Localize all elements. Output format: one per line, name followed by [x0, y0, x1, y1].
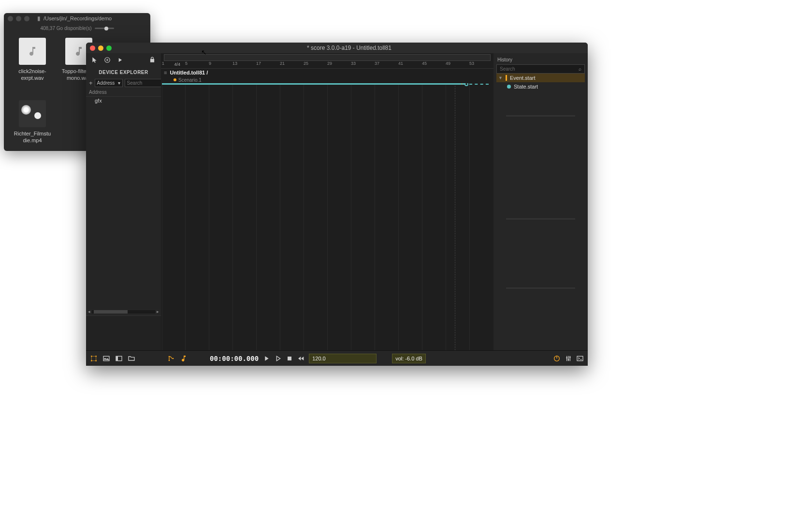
horizontal-scrollbar[interactable]: ◂ ▸ [86, 309, 161, 314]
audio-file-icon [19, 38, 46, 65]
svg-point-9 [169, 359, 170, 361]
interval-bar[interactable] [162, 83, 466, 85]
panel-divider[interactable] [506, 218, 575, 220]
file-label: Richter_Filmstudie.mp4 [14, 130, 51, 144]
minimap[interactable] [164, 54, 491, 61]
device-explorer-header: DEVICE EXPLORER [86, 67, 161, 78]
ruler-tick: 9 [209, 61, 211, 66]
ruler-tick: 1 [162, 61, 164, 66]
file-label: click2noise-exrpt.wav [14, 68, 51, 82]
dropdown-label: Address [97, 80, 115, 86]
volume-input[interactable] [392, 354, 426, 363]
maximize-icon[interactable] [24, 16, 29, 21]
history-header: History [496, 55, 585, 64]
ruler-tick: 37 [375, 61, 379, 66]
svg-point-8 [169, 356, 170, 357]
video-file-icon [19, 100, 46, 127]
breadcrumb[interactable]: Untitled.toll81 / [170, 70, 208, 75]
preview-pane [86, 315, 161, 350]
history-item-label: Event.start [510, 75, 536, 81]
address-dropdown[interactable]: Address ▾ [95, 79, 123, 87]
scroll-left-icon[interactable]: ◂ [88, 309, 90, 314]
rewind-button[interactable] [297, 355, 305, 362]
ruler-tick: 5 [185, 61, 188, 66]
file-browser-titlebar[interactable]: ▮ /Users/jln/_Recordings/demo [4, 13, 150, 24]
file-item[interactable]: click2noise-exrpt.wav [14, 38, 51, 82]
play-tool-icon[interactable] [116, 56, 124, 64]
stop-button[interactable] [286, 355, 293, 362]
window-title: * score 3.0.0-a19 - Untitled.toll81 [115, 45, 584, 51]
lock-icon[interactable] [148, 56, 156, 64]
score-window: * score 3.0.0-a19 - Untitled.toll81 DEVI… [86, 43, 588, 366]
ruler-tick: 33 [351, 61, 356, 66]
svg-rect-16 [577, 356, 583, 360]
play-button[interactable] [262, 355, 270, 362]
timeline-panel: 4/4 1 5 9 13 17 21 25 29 33 37 41 45 49 … [161, 53, 493, 350]
mixer-icon[interactable] [565, 355, 572, 362]
tree-item[interactable]: gfx [86, 97, 161, 105]
interval-end-icon[interactable] [464, 83, 468, 86]
close-icon[interactable] [8, 16, 13, 21]
tool-toolbar [86, 53, 161, 67]
ruler-tick: 53 [469, 61, 474, 66]
svg-rect-11 [288, 357, 291, 360]
ruler-tick: 21 [280, 61, 285, 66]
transport-bar: 00:00:00.000 [86, 350, 588, 366]
file-item[interactable]: Richter_Filmstudie.mp4 [14, 100, 51, 144]
panel-icon[interactable] [115, 355, 123, 362]
power-icon[interactable] [553, 355, 561, 362]
music-note-icon[interactable] [180, 355, 188, 362]
select-tool-icon[interactable] [91, 56, 99, 64]
panel-divider[interactable] [506, 115, 575, 117]
close-icon[interactable] [90, 45, 95, 51]
search-icon: ⌕ [579, 66, 581, 72]
time-signature: 4/4 [174, 62, 180, 67]
tempo-input[interactable] [309, 354, 377, 363]
play-global-button[interactable] [274, 355, 282, 362]
nodal-view-icon[interactable] [90, 355, 98, 362]
search-placeholder: Search [500, 66, 515, 72]
left-panel: DEVICE EXPLORER + Address ▾ ⌕ Address gf… [86, 53, 161, 350]
folder-icon[interactable] [128, 355, 135, 362]
ruler-tick: 13 [232, 61, 237, 66]
ruler-tick: 41 [398, 61, 403, 66]
chevron-down-icon: ▾ [118, 80, 120, 86]
panel-divider[interactable] [506, 287, 575, 289]
zoom-slider[interactable] [95, 28, 114, 29]
folder-icon: ▮ [37, 15, 41, 22]
column-header: Address [86, 88, 161, 97]
ruler-tick: 49 [446, 61, 450, 66]
branch-icon[interactable] [167, 355, 175, 362]
history-item[interactable]: ▼ Event.start [496, 74, 585, 82]
add-tool-icon[interactable] [103, 56, 111, 64]
scroll-right-icon[interactable]: ▸ [157, 309, 159, 314]
minimize-icon[interactable] [98, 45, 103, 51]
svg-rect-7 [116, 356, 118, 360]
scenario-label[interactable]: Scenario.1 [178, 77, 202, 83]
score-titlebar[interactable]: * score 3.0.0-a19 - Untitled.toll81 [86, 43, 588, 53]
svg-point-15 [569, 357, 571, 358]
history-search-input[interactable]: Search ⌕ [496, 64, 585, 74]
svg-point-14 [568, 359, 569, 360]
ruler-tick: 25 [304, 61, 308, 66]
timeline-canvas[interactable]: ⚐ [161, 83, 493, 350]
menu-icon[interactable]: ≡ [164, 70, 167, 75]
history-item[interactable]: State.start [496, 82, 585, 91]
svg-point-13 [566, 357, 567, 359]
ruler[interactable]: 4/4 1 5 9 13 17 21 25 29 33 37 41 45 49 … [161, 61, 493, 69]
minimize-icon[interactable] [16, 16, 21, 21]
ruler-tick: 17 [256, 61, 261, 66]
ruler-tick: 45 [422, 61, 427, 66]
svg-rect-5 [103, 356, 109, 360]
maximize-icon[interactable] [106, 45, 112, 51]
terminal-icon[interactable] [576, 355, 584, 362]
timecode-display[interactable]: 00:00:00.000 [210, 355, 259, 362]
add-device-button[interactable]: + [89, 79, 93, 87]
chevron-down-icon: ▼ [498, 75, 503, 80]
right-panel: History Search ⌕ ▼ Event.start State.sta… [493, 53, 588, 350]
ruler-tick: 29 [327, 61, 332, 66]
interval-extension [469, 84, 489, 85]
device-tree[interactable]: gfx [86, 97, 161, 309]
image-icon[interactable] [102, 355, 110, 362]
state-icon [507, 85, 511, 89]
